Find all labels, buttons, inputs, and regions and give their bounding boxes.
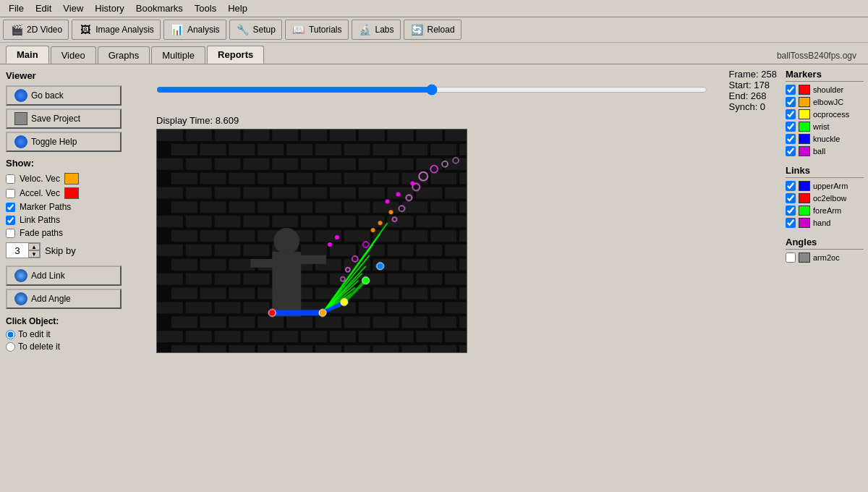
save-project-icon	[14, 112, 27, 125]
marker-elbow-label: elbowJC	[813, 98, 843, 106]
link-forearm-color	[799, 205, 810, 216]
link-oc2elbow-color	[799, 193, 810, 203]
add-section: Add Link Add Angle	[6, 266, 146, 309]
marker-shoulder-check[interactable]	[786, 85, 796, 95]
veloc-vec-row: Veloc. Vec	[6, 173, 146, 184]
toolbar-labs[interactable]: 🔬 Labs	[352, 20, 401, 40]
setup-icon: 🔧	[236, 22, 250, 37]
add-link-button[interactable]: Add Link	[6, 266, 122, 286]
link-forearm-check[interactable]	[786, 205, 796, 216]
marker-knuckle-check[interactable]	[786, 134, 796, 144]
menu-history[interactable]: History	[89, 1, 129, 15]
frame-slider[interactable]	[156, 84, 707, 96]
image-analysis-icon: 🖼	[78, 22, 93, 37]
fade-paths-checkbox[interactable]	[6, 229, 15, 238]
list-item: foreArm	[786, 205, 864, 216]
marker-knuckle-color	[799, 134, 810, 144]
menu-edit[interactable]: Edit	[30, 1, 57, 15]
marker-shoulder-color	[799, 85, 810, 95]
video-frame[interactable]	[156, 129, 467, 353]
veloc-vec-checkbox[interactable]	[6, 174, 15, 184]
end-frame: End: 268	[729, 90, 777, 101]
accel-vec-checkbox[interactable]	[6, 189, 15, 198]
tabs-bar: Main Video Graphs Multiple Reports ballT…	[0, 43, 868, 64]
veloc-vec-label: Veloc. Vec	[20, 174, 60, 184]
to-delete-label[interactable]: To delete it	[6, 342, 146, 352]
skip-row: 3 ▲ ▼ Skip by	[6, 242, 146, 258]
list-item: shoulder	[786, 85, 864, 95]
marker-ball-check[interactable]	[786, 146, 796, 156]
frame-number: Frame: 258	[729, 69, 777, 80]
main-content: Viewer Go back Save Project Toggle Help …	[0, 64, 868, 488]
marker-ocprocess-color	[799, 109, 810, 119]
save-project-button[interactable]: Save Project	[6, 109, 122, 129]
accel-vec-row: Accel. Vec	[6, 187, 146, 199]
menu-bar: File Edit View History Bookmarks Tools H…	[0, 0, 868, 17]
marker-ocprocess-check[interactable]	[786, 109, 796, 119]
list-item: knuckle	[786, 134, 864, 144]
toggle-help-button[interactable]: Toggle Help	[6, 132, 122, 152]
toggle-help-icon	[14, 135, 27, 148]
marker-paths-row: Marker Paths	[6, 202, 146, 212]
list-item: upperArm	[786, 181, 864, 191]
menu-view[interactable]: View	[57, 1, 89, 15]
tab-multiple[interactable]: Multiple	[151, 46, 205, 64]
right-panel: Markers shoulder elbowJC ocprocess wrist	[781, 64, 868, 488]
list-item: arm2oc	[786, 253, 864, 263]
list-item: elbowJC	[786, 97, 864, 107]
link-hand-color	[799, 218, 810, 228]
add-angle-button[interactable]: Add Angle	[6, 289, 122, 309]
angle-arm2oc-label: arm2oc	[813, 253, 840, 262]
spin-up[interactable]: ▲	[28, 243, 40, 250]
toolbar-reload[interactable]: 🔄 Reload	[404, 20, 461, 40]
marker-wrist-check[interactable]	[786, 122, 796, 132]
tab-graphs[interactable]: Graphs	[98, 46, 150, 64]
to-delete-radio[interactable]	[6, 342, 15, 352]
menu-file[interactable]: File	[3, 1, 30, 15]
tab-reports[interactable]: Reports	[207, 46, 264, 64]
links-title: Links	[786, 165, 864, 178]
reload-icon: 🔄	[410, 22, 425, 37]
angle-arm2oc-check[interactable]	[786, 253, 796, 263]
marker-paths-checkbox[interactable]	[6, 203, 15, 212]
link-oc2elbow-label: oc2elbow	[813, 194, 846, 203]
tab-main[interactable]: Main	[6, 46, 49, 64]
skip-input[interactable]: 3	[7, 243, 28, 258]
slider-container	[156, 84, 707, 98]
labs-icon: 🔬	[358, 22, 373, 37]
link-upperarm-label: upperArm	[813, 182, 848, 190]
marker-elbow-check[interactable]	[786, 97, 796, 107]
toolbar-tutorials[interactable]: 📖 Tutorials	[285, 20, 349, 40]
link-upperarm-check[interactable]	[786, 181, 796, 191]
link-paths-checkbox[interactable]	[6, 216, 15, 225]
marker-knuckle-label: knuckle	[813, 135, 840, 143]
click-object-title: Click Object:	[6, 316, 146, 326]
link-paths-row: Link Paths	[6, 215, 146, 225]
toolbar-setup[interactable]: 🔧 Setup	[229, 20, 282, 40]
click-section: Click Object: To edit it To delete it	[6, 316, 146, 352]
tab-video[interactable]: Video	[51, 46, 96, 64]
list-item: ocprocess	[786, 109, 864, 119]
to-edit-label[interactable]: To edit it	[6, 329, 146, 339]
menu-bookmarks[interactable]: Bookmarks	[130, 1, 189, 15]
go-back-button[interactable]: Go back	[6, 85, 122, 106]
toolbar-2dvideo[interactable]: 🎬 2D Video	[3, 20, 69, 40]
link-hand-label: hand	[813, 219, 830, 227]
toolbar-analysis[interactable]: 📊 Analysis	[163, 20, 226, 40]
marker-wrist-label: wrist	[813, 122, 830, 131]
spin-down[interactable]: ▼	[28, 250, 40, 258]
link-hand-check[interactable]	[786, 218, 796, 228]
links-section: Links upperArm oc2elbow foreArm hand	[786, 165, 864, 228]
toolbar-image-analysis[interactable]: 🖼 Image Analysis	[72, 20, 161, 40]
menu-tools[interactable]: Tools	[189, 1, 222, 15]
link-oc2elbow-check[interactable]	[786, 193, 796, 203]
to-edit-radio[interactable]	[6, 330, 15, 339]
marker-ocprocess-label: ocprocess	[813, 110, 849, 119]
add-link-icon	[14, 269, 27, 282]
marker-ball-color	[799, 146, 810, 156]
marker-wrist-color	[799, 122, 810, 132]
2dvideo-icon: 🎬	[9, 22, 24, 37]
show-section: Show: Veloc. Vec Accel. Vec Marker Paths…	[6, 158, 146, 258]
menu-help[interactable]: Help	[222, 1, 253, 15]
skip-spinner: 3 ▲ ▼	[6, 242, 41, 258]
